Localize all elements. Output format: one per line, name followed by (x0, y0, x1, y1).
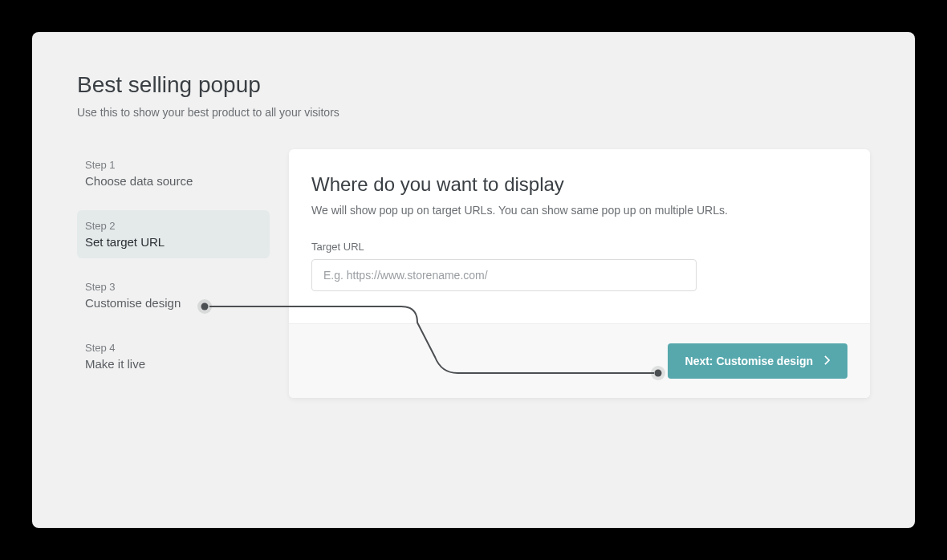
chevron-right-icon (824, 355, 830, 367)
page-title: Best selling popup (77, 72, 870, 98)
step-label: Step 4 (85, 342, 262, 354)
step-label: Step 1 (85, 159, 262, 171)
step-title: Choose data source (85, 174, 262, 188)
panel-title: Where do you want to display (311, 173, 847, 196)
page-subtitle: Use this to show your best product to al… (77, 106, 870, 119)
step-1[interactable]: Step 1 Choose data source (77, 149, 270, 197)
next-button-label: Next: Customise design (685, 355, 813, 367)
panel-description: We will show pop up on target URLs. You … (311, 204, 847, 217)
steps-sidebar: Step 1 Choose data source Step 2 Set tar… (77, 149, 270, 393)
step-title: Set target URL (85, 235, 262, 249)
step-4[interactable]: Step 4 Make it live (77, 332, 270, 380)
next-button[interactable]: Next: Customise design (668, 343, 847, 379)
layout: Step 1 Choose data source Step 2 Set tar… (77, 149, 870, 398)
target-url-input[interactable] (311, 259, 697, 291)
card-body: Where do you want to display We will sho… (289, 149, 870, 323)
step-title: Make it live (85, 357, 262, 371)
card-footer: Next: Customise design (289, 323, 870, 398)
step-3[interactable]: Step 3 Customise design (77, 271, 270, 319)
target-url-label: Target URL (311, 241, 847, 253)
content-card: Where do you want to display We will sho… (289, 149, 870, 398)
step-title: Customise design (85, 296, 262, 310)
step-2[interactable]: Step 2 Set target URL (77, 210, 270, 258)
step-label: Step 2 (85, 220, 262, 232)
step-label: Step 3 (85, 281, 262, 293)
page-container: Best selling popup Use this to show your… (32, 32, 915, 528)
